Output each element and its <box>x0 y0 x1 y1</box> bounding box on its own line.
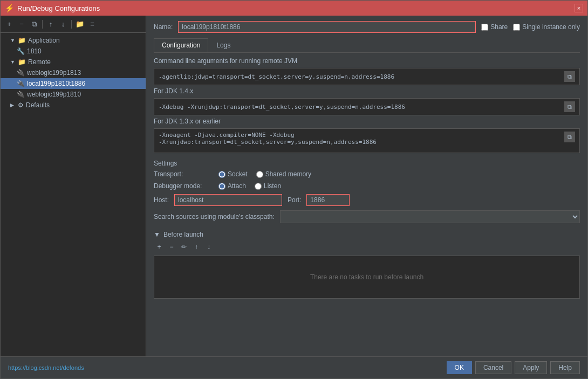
add-config-button[interactable]: + <box>4 19 15 30</box>
before-launch-toolbar: + − ✏ ↑ ↓ <box>154 242 580 252</box>
jdk13-copy-button[interactable]: ⧉ <box>564 132 575 142</box>
jdk13-label: For JDK 1.3.x or earlier <box>154 118 580 125</box>
tree-item-defaults[interactable]: ▶ ⚙ Defaults <box>1 100 146 111</box>
jdk14-field: -Xdebug -Xrunjdwp:transport=dt_socket,se… <box>154 98 580 115</box>
settings-label: Settings <box>154 160 580 167</box>
tree-item-label: Application <box>28 37 60 44</box>
share-checkbox[interactable] <box>481 24 488 31</box>
tree-item-label: Defaults <box>26 101 50 109</box>
close-button[interactable]: × <box>575 4 583 12</box>
classpath-row: Search sources using module's classpath: <box>154 210 580 223</box>
name-label: Name: <box>154 23 173 31</box>
debugger-mode-radio-group: Attach Listen <box>218 182 281 190</box>
transport-socket-radio[interactable] <box>218 171 225 178</box>
name-row: Name: Share Single instance only <box>154 21 580 33</box>
config-icon: 🔧 <box>17 47 25 55</box>
host-port-row: Host: Port: <box>154 194 580 206</box>
ok-button[interactable]: OK <box>447 361 472 374</box>
jdk13-field: -Xnoagent -Djava.compiler=NONE -Xdebug -… <box>154 128 580 153</box>
toolbar-separator <box>42 20 43 29</box>
tree-item-weblogic1813[interactable]: 🔌 weblogic199p1813 <box>1 67 146 78</box>
title-bar: ⚡ Run/Debug Configurations × <box>1 1 587 16</box>
port-input[interactable] <box>306 194 350 206</box>
sort-button[interactable]: ≡ <box>87 19 98 30</box>
jdk14-copy-button[interactable]: ⧉ <box>564 101 575 112</box>
tree-item-label: Remote <box>28 58 51 66</box>
before-launch-empty-text: There are no tasks to run before launch <box>310 273 423 281</box>
expand-icon: ▼ <box>10 59 16 65</box>
bl-edit-button[interactable]: ✏ <box>179 242 189 252</box>
main-content: + − ⧉ ↑ ↓ 📁 ≡ ▼ 📁 Application 🔧 1 <box>1 16 587 356</box>
footer-link[interactable]: https://blog.csdn.net/defonds <box>8 364 84 371</box>
bl-move-down-button[interactable]: ↓ <box>203 242 214 252</box>
jdk14-text: -Xdebug -Xrunjdwp:transport=dt_socket,se… <box>159 104 564 111</box>
cancel-button[interactable]: Cancel <box>475 361 511 374</box>
cmd-arg-field: -agentlib:jdwp=transport=dt_socket,serve… <box>154 68 580 85</box>
cmd-arg-label: Command line arguments for running remot… <box>154 57 580 65</box>
copy-config-button[interactable]: ⧉ <box>29 19 39 30</box>
transport-sharedmem-radio[interactable] <box>256 171 263 178</box>
footer: https://blog.csdn.net/defonds OK Cancel … <box>1 356 587 378</box>
help-button[interactable]: Help <box>550 361 580 374</box>
tree-item-remote[interactable]: ▼ 📁 Remote <box>1 57 146 67</box>
bl-add-button[interactable]: + <box>154 242 165 252</box>
tabs: Configuration Logs <box>154 38 580 53</box>
collapse-icon: ▼ <box>154 231 160 238</box>
folder-button[interactable]: 📁 <box>74 19 85 30</box>
expand-icon: ▶ <box>10 102 16 108</box>
tree-item-application[interactable]: ▼ 📁 Application <box>1 35 146 46</box>
transport-socket-option[interactable]: Socket <box>218 170 248 178</box>
debugger-listen-option[interactable]: Listen <box>255 182 281 190</box>
defaults-icon: ⚙ <box>18 101 24 109</box>
apply-button[interactable]: Apply <box>515 361 547 374</box>
host-label: Host: <box>154 196 169 204</box>
before-launch-header[interactable]: ▼ Before launch <box>154 231 580 238</box>
single-instance-label: Single instance only <box>522 23 580 31</box>
before-launch-section: ▼ Before launch + − ✏ ↑ ↓ There are no t… <box>154 231 580 299</box>
name-input[interactable] <box>178 21 476 33</box>
bl-move-up-button[interactable]: ↑ <box>191 242 202 252</box>
share-label: Share <box>490 23 508 31</box>
debugger-listen-radio[interactable] <box>255 183 262 190</box>
header-right: Share Single instance only <box>481 23 580 31</box>
cmd-arg-copy-button[interactable]: ⧉ <box>564 71 575 82</box>
cmd-arg-text: -agentlib:jdwp=transport=dt_socket,serve… <box>159 73 564 80</box>
tree-item-weblogic1810[interactable]: 🔌 weblogic199p1810 <box>1 89 146 100</box>
move-up-button[interactable]: ↑ <box>45 19 56 30</box>
app-icon: ⚡ <box>5 4 14 12</box>
remote-icon: 🔌 <box>17 91 25 98</box>
move-down-button[interactable]: ↓ <box>58 19 69 30</box>
tree-item-1810[interactable]: 🔧 1810 <box>1 46 146 57</box>
single-instance-checkbox[interactable] <box>513 24 520 31</box>
debugger-attach-option[interactable]: Attach <box>218 182 246 190</box>
config-tree: ▼ 📁 Application 🔧 1810 ▼ 📁 Remote 🔌 webl… <box>1 33 146 356</box>
transport-row: Transport: Socket Shared memory <box>154 170 580 178</box>
before-launch-label: Before launch <box>163 231 203 238</box>
jdk14-label: For JDK 1.4.x <box>154 87 580 95</box>
debugger-mode-label: Debugger mode: <box>154 182 213 190</box>
port-label: Port: <box>288 196 301 204</box>
classpath-select[interactable] <box>280 210 580 223</box>
bl-remove-button[interactable]: − <box>166 242 177 252</box>
tab-logs[interactable]: Logs <box>208 38 238 52</box>
single-instance-checkbox-row: Single instance only <box>513 23 580 31</box>
transport-socket-label: Socket <box>228 170 248 178</box>
transport-sharedmem-label: Shared memory <box>265 170 311 178</box>
before-launch-area: There are no tasks to run before launch <box>154 256 580 299</box>
tree-item-label: local199p1810t1886 <box>27 80 85 87</box>
tree-toolbar: + − ⧉ ↑ ↓ 📁 ≡ <box>1 16 146 33</box>
left-panel: + − ⧉ ↑ ↓ 📁 ≡ ▼ 📁 Application 🔧 1 <box>1 16 146 356</box>
remote-icon: 🔌 <box>17 80 25 87</box>
debugger-attach-radio[interactable] <box>218 183 225 190</box>
transport-sharedmem-option[interactable]: Shared memory <box>256 170 311 178</box>
remove-config-button[interactable]: − <box>16 19 27 30</box>
transport-label: Transport: <box>154 170 213 178</box>
jdk13-text: -Xnoagent -Djava.compiler=NONE -Xdebug -… <box>159 132 564 146</box>
folder-icon: 📁 <box>18 37 26 44</box>
tree-item-local1886[interactable]: 🔌 local199p1810t1886 <box>1 78 146 89</box>
dialog: ⚡ Run/Debug Configurations × + − ⧉ ↑ ↓ 📁… <box>0 0 588 379</box>
tab-configuration[interactable]: Configuration <box>154 38 208 52</box>
host-input[interactable] <box>174 194 282 206</box>
debugger-listen-label: Listen <box>264 182 281 190</box>
tree-item-label: weblogic199p1813 <box>27 69 81 77</box>
